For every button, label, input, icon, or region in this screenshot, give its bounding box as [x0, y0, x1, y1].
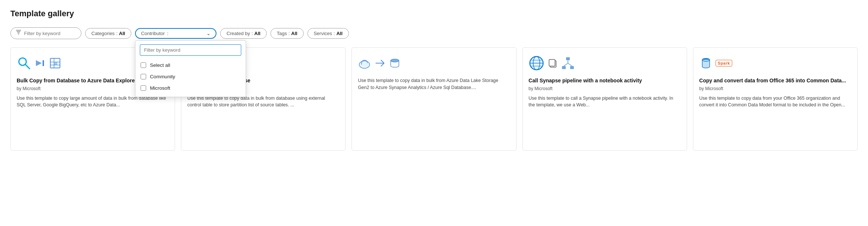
svg-rect-28 [570, 66, 574, 69]
arrow-icon [34, 57, 46, 69]
microsoft-checkbox[interactable] [141, 85, 146, 91]
card-4-icons [529, 54, 681, 72]
chevron-down-icon: ⌄ [206, 31, 211, 36]
cloud-icon [358, 56, 371, 70]
card-5-title: Copy and convert data from Office 365 in… [699, 77, 851, 85]
dropdown-search-input[interactable] [140, 44, 241, 56]
microsoft-label: Microsoft [150, 85, 170, 91]
contributor-label: Contributor [141, 31, 165, 36]
svg-line-1 [25, 64, 30, 69]
arrow-right-icon [374, 57, 386, 69]
azure-db-icon [699, 56, 713, 70]
filter-icon [16, 30, 21, 37]
card-4-author: by Microsoft [529, 86, 681, 91]
dropdown-item-select-all[interactable]: Select all [135, 59, 246, 71]
card-5-desc: Use this template to copy data from your… [699, 95, 851, 109]
card-3-desc: Use this template to copy data in bulk f… [358, 77, 510, 91]
card-3[interactable]: Use this template to copy data in bulk f… [351, 47, 516, 151]
services-label: Services [314, 31, 332, 36]
keyword-input[interactable] [24, 31, 76, 36]
categories-label: Categories [91, 31, 115, 36]
svg-line-30 [564, 63, 568, 66]
globe-icon [529, 55, 544, 71]
select-all-label: Select all [150, 62, 170, 68]
workflow-icon [561, 56, 575, 70]
created-by-label: Created by [226, 31, 250, 36]
svg-rect-25 [549, 59, 555, 66]
contributor-filter[interactable]: Contributor : ⌄ [135, 28, 216, 39]
services-filter[interactable]: Services : All [307, 28, 349, 39]
card-5[interactable]: Spark Copy and convert data from Office … [693, 47, 858, 151]
dropdown-item-microsoft[interactable]: Microsoft [135, 82, 246, 94]
categories-filter[interactable]: Categories : All [85, 28, 131, 39]
card-4[interactable]: Call Synapse pipeline with a notebook ac… [522, 47, 687, 151]
categories-value: All [119, 31, 125, 36]
created-by-value: All [254, 31, 260, 36]
community-checkbox[interactable] [141, 74, 146, 79]
keyword-filter[interactable] [10, 27, 81, 39]
table-icon [49, 57, 61, 69]
card-3-icons [358, 54, 510, 72]
dropdown-item-community[interactable]: Community [135, 71, 246, 82]
tags-filter[interactable]: Tags : All [270, 28, 304, 39]
card-5-icons: Spark [699, 54, 851, 72]
filter-bar: Categories : All Contributor : ⌄ Select … [10, 27, 858, 39]
services-value: All [336, 31, 343, 36]
svg-rect-26 [566, 57, 570, 60]
dropdown-search-area [135, 41, 246, 59]
spark-logo: Spark [716, 60, 732, 66]
tags-value: All [291, 31, 297, 36]
database-icon [389, 57, 401, 69]
copy-icon [547, 58, 558, 69]
page-title: Template gallery [10, 9, 858, 18]
card-4-desc: Use this template to call a Synapse pipe… [529, 95, 681, 109]
tags-label: Tags [277, 31, 287, 36]
search-icon [17, 56, 31, 71]
select-all-checkbox[interactable] [141, 62, 146, 68]
community-label: Community [150, 74, 175, 79]
contributor-dropdown: Select all Community Microsoft [135, 40, 246, 97]
card-4-title: Call Synapse pipeline with a notebook ac… [529, 77, 681, 85]
svg-rect-3 [43, 60, 44, 66]
svg-rect-8 [54, 62, 57, 65]
card-5-author: by Microsoft [699, 86, 851, 91]
svg-point-16 [359, 61, 370, 68]
created-by-filter[interactable]: Created by : All [220, 28, 267, 39]
contributor-wrapper: Contributor : ⌄ Select all Community Mic… [135, 28, 216, 39]
svg-marker-2 [36, 60, 42, 66]
svg-rect-27 [562, 66, 566, 69]
svg-line-31 [568, 63, 572, 66]
